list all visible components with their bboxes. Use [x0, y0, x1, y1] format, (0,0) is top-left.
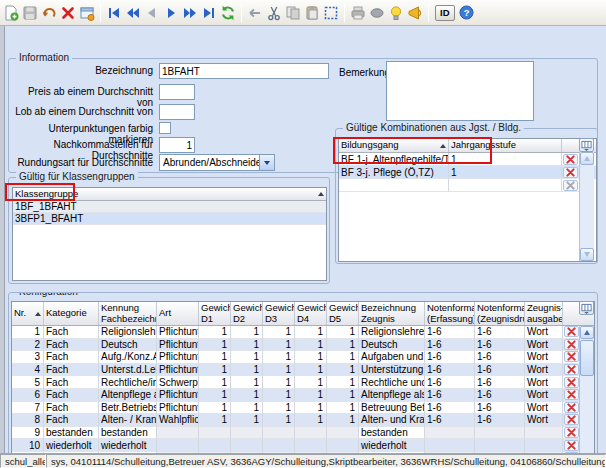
rundungsart-dropdown[interactable]: Abrunden/Abschneiden: [159, 154, 275, 171]
save-icon[interactable]: [21, 4, 39, 22]
next-record-icon[interactable]: [162, 4, 180, 22]
delete-row-button[interactable]: [563, 167, 578, 178]
column-header-d4[interactable]: Gewicht D4: [295, 302, 327, 325]
cell-d4[interactable]: 1: [295, 376, 327, 389]
cell-nf_druck[interactable]: 1-6: [475, 339, 525, 352]
table-row[interactable]: 3FachAufg./Konz.Al...Pflichtunt11111Aufg…: [12, 351, 594, 364]
column-header-nr[interactable]: Nr.: [12, 302, 44, 325]
cell-kennung[interactable]: Altenpflege al...: [99, 389, 157, 402]
column-header-d2[interactable]: Gewicht D2: [231, 302, 263, 325]
delete-row-button[interactable]: [564, 326, 579, 337]
cell-d2[interactable]: 1: [231, 402, 263, 415]
cell-nf_druck[interactable]: 1-6: [475, 351, 525, 364]
print-icon[interactable]: [349, 4, 367, 22]
column-header-d5[interactable]: Gewicht D5: [327, 302, 359, 325]
cell-nr[interactable]: 9: [12, 427, 44, 440]
cell-nr[interactable]: 8: [12, 414, 44, 427]
cell-d3[interactable]: 1: [263, 376, 295, 389]
cell-d2[interactable]: 1: [231, 364, 263, 377]
cell-nr[interactable]: 6: [12, 389, 44, 402]
cell-d4[interactable]: 1: [295, 364, 327, 377]
cell-art[interactable]: Pflichtunt: [157, 364, 199, 377]
id-button[interactable]: ID: [435, 5, 455, 21]
cell-nf_druck[interactable]: 1-6: [475, 376, 525, 389]
cell-nf_druck[interactable]: 1-6: [475, 414, 525, 427]
cell-d1[interactable]: 1: [199, 414, 231, 427]
delete-row-button[interactable]: [564, 402, 579, 413]
cell-d5[interactable]: 1: [327, 364, 359, 377]
scroll-thumb[interactable]: [580, 340, 594, 376]
cell-art[interactable]: [157, 427, 199, 440]
edit-form-icon[interactable]: [78, 4, 96, 22]
table-row[interactable]: [339, 179, 596, 192]
cell-d5[interactable]: [327, 427, 359, 440]
cell-ausgabe[interactable]: Wort: [525, 402, 563, 415]
fast-backward-icon[interactable]: [124, 4, 142, 22]
cell-kategorie[interactable]: wiederholt: [44, 439, 99, 452]
cell-nr[interactable]: 1: [12, 326, 44, 339]
cell-d5[interactable]: 1: [327, 414, 359, 427]
cell-bezeichnung[interactable]: Rechtliche und ins...: [359, 376, 425, 389]
cell-art[interactable]: Schwerpu...: [157, 376, 199, 389]
cell-kategorie[interactable]: Fach: [44, 326, 99, 339]
cell-bezeichnung[interactable]: Religionslehre / R...: [359, 326, 425, 339]
scroll-down-button[interactable]: [580, 248, 594, 261]
column-header-bezeichnung[interactable]: Bezeichnung Zeugnis: [359, 302, 425, 325]
cell-nr[interactable]: 2: [12, 339, 44, 352]
cell-nf_erfassung[interactable]: 1-6: [425, 376, 475, 389]
cell-kennung[interactable]: Aufg./Konz.Al...: [99, 351, 157, 364]
column-header-ausgabe[interactable]: Zeugnis- ausgabe: [525, 302, 563, 325]
cell-nf_erfassung[interactable]: [425, 427, 475, 440]
cell-jahrgangsstufe[interactable]: 1: [449, 153, 562, 166]
cell-d4[interactable]: [295, 439, 327, 452]
cell-d2[interactable]: 1: [231, 414, 263, 427]
help-icon[interactable]: ?: [458, 4, 476, 22]
cell-kennung[interactable]: Deutsch: [99, 339, 157, 352]
previous-record-icon[interactable]: [143, 4, 161, 22]
nachkommastellen-input[interactable]: [159, 137, 195, 153]
column-header-kennung[interactable]: Kennung Fachbezeichnung: [99, 302, 157, 325]
cell-bezeichnung[interactable]: Deutsch: [359, 339, 425, 352]
cell-nf_erfassung[interactable]: 1-6: [425, 351, 475, 364]
cell-d1[interactable]: 1: [199, 389, 231, 402]
delete-row-button[interactable]: [564, 414, 579, 425]
cell-d2[interactable]: 1: [231, 376, 263, 389]
cell-kategorie[interactable]: Fach: [44, 351, 99, 364]
cell-bezeichnung[interactable]: Aufgaben und Kon...: [359, 351, 425, 364]
stamp-icon[interactable]: [368, 4, 386, 22]
cell-art[interactable]: Pflichtunt: [157, 402, 199, 415]
cell-nf_erfassung[interactable]: [425, 439, 475, 452]
cell-d5[interactable]: 1: [327, 326, 359, 339]
dropdown-arrow-button[interactable]: [259, 155, 274, 170]
cell-d3[interactable]: [263, 427, 295, 440]
cell-kennung[interactable]: Betr.Betriebsp...: [99, 402, 157, 415]
cell-kategorie[interactable]: Fach: [44, 414, 99, 427]
cell-art[interactable]: Pflichtunt: [157, 339, 199, 352]
delete-record-icon[interactable]: [59, 4, 77, 22]
cell-nr[interactable]: 5: [12, 376, 44, 389]
delete-row-button[interactable]: [564, 440, 579, 451]
preis-input[interactable]: [159, 84, 195, 100]
cell-bezeichnung[interactable]: wiederholt: [359, 439, 425, 452]
cell-kennung[interactable]: bestanden: [99, 427, 157, 440]
cell-nf_erfassung[interactable]: 1-6: [425, 326, 475, 339]
cell-klassengruppe[interactable]: 3BFP1_BFAHT: [13, 213, 326, 225]
table-row[interactable]: 5FachRechtliche/ins...Schwerpu...11111Re…: [12, 376, 594, 389]
cell-d2[interactable]: 1: [231, 339, 263, 352]
table-row[interactable]: 8FachAlten- / Krank...Wahlpflic...11111A…: [12, 414, 594, 427]
cell-nf_erfassung[interactable]: 1-6: [425, 402, 475, 415]
table-row[interactable]: 6FachAltenpflege al...Pflichtunt11111Alt…: [12, 389, 594, 402]
cell-bezeichnung[interactable]: Altenpflege als Be...: [359, 389, 425, 402]
cell-kennung[interactable]: Religionslehr...: [99, 326, 157, 339]
cell-nf_druck[interactable]: 1-6: [475, 326, 525, 339]
cell-kategorie[interactable]: Fach: [44, 402, 99, 415]
cell-d2[interactable]: 1: [231, 351, 263, 364]
cell-d5[interactable]: 1: [327, 351, 359, 364]
delete-row-button[interactable]: [564, 427, 579, 438]
table-row[interactable]: 2FachDeutschPflichtunt11111Deutsch1-61-6…: [12, 339, 594, 352]
cell-nf_erfassung[interactable]: 1-6: [425, 414, 475, 427]
cell-nf_erfassung[interactable]: 1-6: [425, 364, 475, 377]
cell-d5[interactable]: 1: [327, 389, 359, 402]
left-splitter[interactable]: [0, 26, 5, 453]
column-picker-button[interactable]: [579, 138, 594, 152]
